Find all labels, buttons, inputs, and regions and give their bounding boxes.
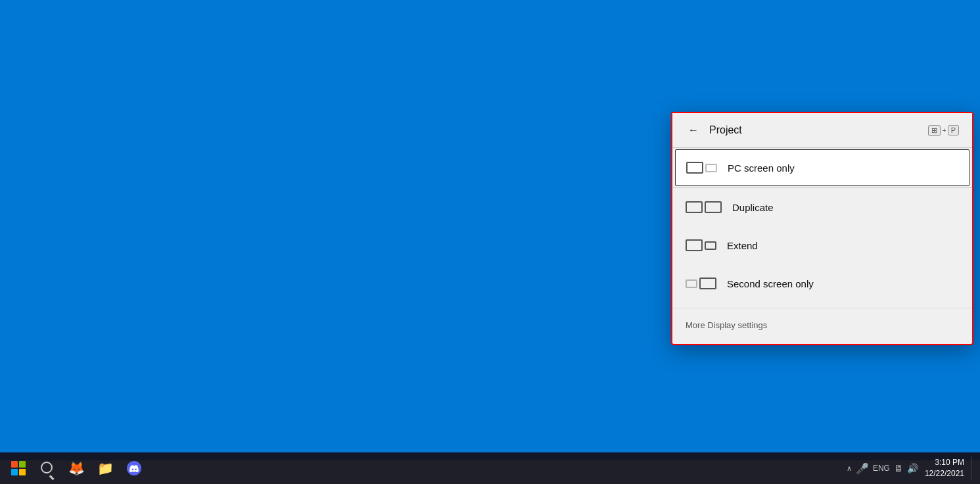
duplicate-icon: [686, 201, 722, 213]
search-button[interactable]: [34, 455, 60, 481]
start-button[interactable]: [5, 455, 32, 481]
discord-icon: [127, 461, 141, 475]
firefox-icon: 🦊: [68, 460, 85, 476]
win-key: ⊞: [928, 125, 941, 136]
extend-label: Extend: [727, 240, 758, 251]
panel-title: Project: [709, 124, 920, 136]
search-icon: [41, 462, 54, 475]
back-button[interactable]: ←: [686, 122, 701, 138]
duplicate-secondary: [705, 201, 722, 213]
plus-sign: +: [942, 126, 946, 134]
display-icon[interactable]: 🖥: [894, 463, 903, 473]
taskbar: 🦊 📁 ∧ 🎤 ENG 🖥 🔊: [0, 452, 980, 484]
option-extend[interactable]: Extend: [672, 226, 972, 264]
secondary-screen-rect-dim: [705, 164, 717, 172]
p-key: P: [948, 125, 959, 135]
show-desktop-button[interactable]: [971, 456, 975, 480]
duplicate-primary: [686, 201, 703, 213]
duplicate-label: Duplicate: [732, 202, 774, 213]
extend-secondary: [705, 241, 716, 250]
clock-time: 3:10 PM: [925, 457, 964, 468]
microphone-icon[interactable]: 🎤: [856, 462, 869, 475]
discord-button[interactable]: [121, 455, 147, 481]
more-settings-section: More Display settings: [672, 308, 972, 344]
tray-chevron-icon[interactable]: ∧: [847, 464, 852, 473]
option-duplicate[interactable]: Duplicate: [672, 188, 972, 226]
project-panel: ← Project ⊞ + P PC screen only Dupli: [671, 112, 973, 345]
second-primary-dim: [686, 279, 697, 288]
taskbar-left: 🦊 📁: [5, 455, 147, 481]
language-indicator[interactable]: ENG: [873, 464, 890, 473]
extend-icon: [686, 239, 716, 251]
tray-icons: ∧ 🎤 ENG 🖥 🔊: [847, 462, 918, 475]
extend-primary: [686, 239, 703, 251]
second-screen-only-label: Second screen only: [727, 278, 814, 289]
keyboard-shortcut: ⊞ + P: [928, 125, 959, 136]
windows-logo-icon: [11, 461, 26, 475]
pc-screen-only-label: PC screen only: [728, 162, 795, 174]
option-second-screen-only[interactable]: Second screen only: [672, 264, 972, 302]
system-clock[interactable]: 3:10 PM 12/22/2021: [925, 457, 964, 479]
second-secondary: [699, 278, 716, 289]
taskbar-right: ∧ 🎤 ENG 🖥 🔊 3:10 PM 12/22/2021: [847, 456, 975, 480]
option-pc-screen-only[interactable]: PC screen only: [675, 149, 969, 186]
folder-icon: 📁: [97, 460, 114, 476]
more-display-settings-link[interactable]: More Display settings: [686, 320, 767, 330]
desktop: ← Project ⊞ + P PC screen only Dupli: [0, 0, 980, 460]
header-divider: [672, 147, 972, 148]
second-only-icon: [686, 278, 716, 289]
pc-only-icon: [686, 162, 717, 174]
clock-date: 12/22/2021: [925, 468, 964, 479]
firefox-button[interactable]: 🦊: [63, 455, 89, 481]
primary-screen-rect: [686, 162, 703, 174]
volume-icon[interactable]: 🔊: [907, 463, 918, 473]
file-explorer-button[interactable]: 📁: [92, 455, 118, 481]
panel-header: ← Project ⊞ + P: [672, 113, 972, 147]
